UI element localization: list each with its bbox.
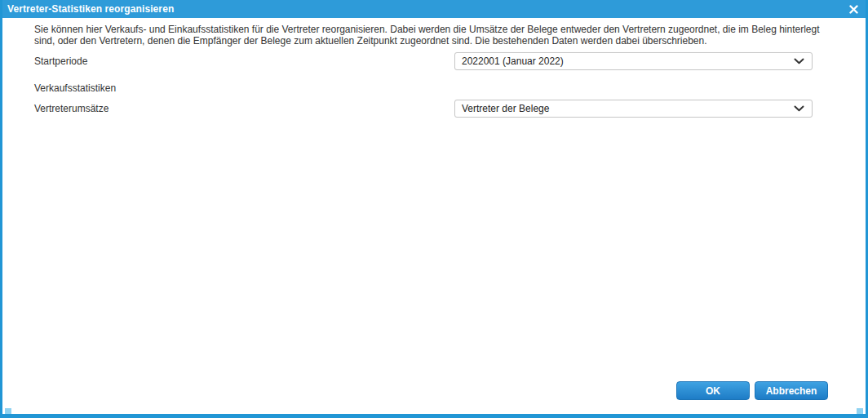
close-icon [849, 5, 858, 14]
rep-revenue-select[interactable]: Vertreter der Belege [454, 100, 813, 118]
cancel-button[interactable]: Abbrechen [755, 381, 828, 400]
dialog-title: Vertreter-Statistiken reorganisieren [7, 3, 174, 15]
sales-statistics-section-label: Verkaufsstatistiken [34, 82, 833, 94]
rep-revenue-label: Vertreterumsätze [34, 103, 454, 114]
form-row-rep-revenue: Vertreterumsätze Vertreter der Belege [34, 100, 833, 118]
dialog-footer: OK Abbrechen [676, 381, 828, 400]
form-row-start-period: Startperiode 2022001 (Januar 2022) [34, 52, 833, 70]
start-period-label: Startperiode [34, 56, 454, 67]
chevron-down-icon [794, 105, 804, 112]
chevron-down-icon [794, 58, 804, 64]
close-button[interactable] [847, 2, 860, 16]
start-period-value: 2022001 (Januar 2022) [462, 56, 564, 67]
rep-revenue-value: Vertreter der Belege [462, 103, 549, 114]
titlebar: Vertreter-Statistiken reorganisieren [2, 0, 866, 18]
dialog-window: Vertreter-Statistiken reorganisieren Sie… [0, 0, 868, 418]
resize-grip-bottom-left[interactable] [5, 408, 11, 414]
dialog-content: Sie können hier Verkaufs- und Einkaufsst… [2, 18, 866, 118]
intro-text: Sie können hier Verkaufs- und Einkaufsst… [34, 24, 833, 47]
start-period-select[interactable]: 2022001 (Januar 2022) [454, 52, 813, 70]
ok-button[interactable]: OK [676, 381, 750, 400]
resize-grip-bottom-right[interactable] [857, 408, 863, 414]
